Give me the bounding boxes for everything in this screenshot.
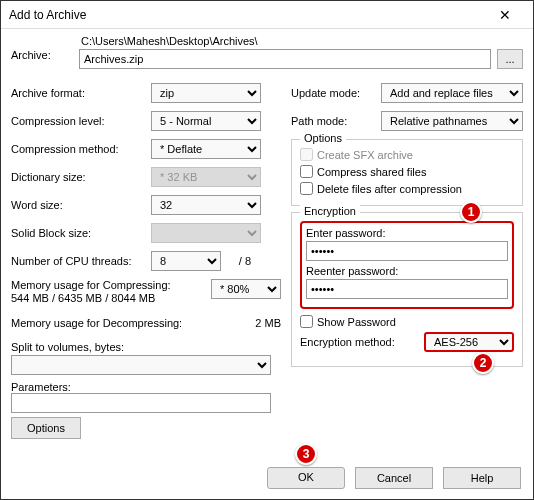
mem-comp-info: 544 MB / 6435 MB / 8044 MB (11, 292, 211, 305)
mem-comp-label: Memory usage for Compressing: (11, 279, 211, 292)
show-pw-checkbox[interactable] (300, 315, 313, 328)
update-label: Update mode: (291, 87, 381, 99)
enter-pw-input[interactable] (306, 241, 508, 261)
reenter-pw-label: Reenter password: (306, 265, 508, 277)
help-button[interactable]: Help (443, 467, 521, 489)
split-select[interactable] (11, 355, 271, 375)
left-column: Archive format: zip Compression level: 5… (11, 83, 281, 439)
sfx-label: Create SFX archive (317, 149, 413, 161)
params-label: Parameters: (11, 381, 281, 393)
method-label: Compression method: (11, 143, 151, 155)
params-input[interactable] (11, 393, 271, 413)
enter-pw-label: Enter password: (306, 227, 508, 239)
pathmode-label: Path mode: (291, 115, 381, 127)
format-label: Archive format: (11, 87, 151, 99)
show-pw-label: Show Password (317, 316, 396, 328)
delete-checkbox[interactable] (300, 182, 313, 195)
dialog-content: Archive: C:\Users\Mahesh\Desktop\Archive… (1, 29, 533, 439)
cancel-button[interactable]: Cancel (355, 467, 433, 489)
password-highlight: Enter password: Reenter password: (300, 221, 514, 309)
archive-filename-input[interactable] (79, 49, 491, 69)
encryption-title: Encryption (300, 205, 360, 217)
word-select[interactable]: 32 (151, 195, 261, 215)
archive-label: Archive: (11, 35, 71, 61)
options-group: Options Create SFX archive Compress shar… (291, 139, 523, 206)
options-button[interactable]: Options (11, 417, 81, 439)
shared-checkbox[interactable] (300, 165, 313, 178)
reenter-pw-input[interactable] (306, 279, 508, 299)
level-select[interactable]: 5 - Normal (151, 111, 261, 131)
ok-button[interactable]: OK (267, 467, 345, 489)
archive-path-dir: C:\Users\Mahesh\Desktop\Archives\ (79, 35, 523, 47)
mem-decomp-label: Memory usage for Decompressing: (11, 317, 231, 330)
level-label: Compression level: (11, 115, 151, 127)
options-group-title: Options (300, 132, 346, 144)
sfx-checkbox (300, 148, 313, 161)
window-title: Add to Archive (9, 8, 86, 22)
block-label: Solid Block size: (11, 227, 151, 239)
dialog-buttons: 3 OK Cancel Help (267, 467, 521, 489)
enc-method-label: Encryption method: (300, 336, 424, 348)
mem-comp-select[interactable]: * 80% (211, 279, 281, 299)
threads-select[interactable]: 8 (151, 251, 221, 271)
close-icon[interactable]: ✕ (485, 7, 525, 23)
dict-label: Dictionary size: (11, 171, 151, 183)
encryption-group: Encryption 1 Enter password: Reenter pas… (291, 212, 523, 367)
word-label: Word size: (11, 199, 151, 211)
enc-method-select[interactable]: AES-256 (424, 332, 514, 352)
mem-decomp-value: 2 MB (231, 317, 281, 329)
badge-1: 1 (460, 201, 482, 223)
threads-label: Number of CPU threads: (11, 255, 151, 267)
pathmode-select[interactable]: Relative pathnames (381, 111, 523, 131)
badge-3: 3 (295, 443, 317, 465)
shared-label: Compress shared files (317, 166, 426, 178)
dict-select: * 32 KB (151, 167, 261, 187)
method-select[interactable]: * Deflate (151, 139, 261, 159)
format-select[interactable]: zip (151, 83, 261, 103)
block-select (151, 223, 261, 243)
delete-label: Delete files after compression (317, 183, 462, 195)
right-column: Update mode: Add and replace files Path … (291, 83, 523, 439)
titlebar: Add to Archive ✕ (1, 1, 533, 29)
split-label: Split to volumes, bytes: (11, 341, 281, 353)
update-select[interactable]: Add and replace files (381, 83, 523, 103)
threads-max: / 8 (221, 255, 251, 267)
browse-button[interactable]: ... (497, 49, 523, 69)
badge-2: 2 (472, 352, 494, 374)
